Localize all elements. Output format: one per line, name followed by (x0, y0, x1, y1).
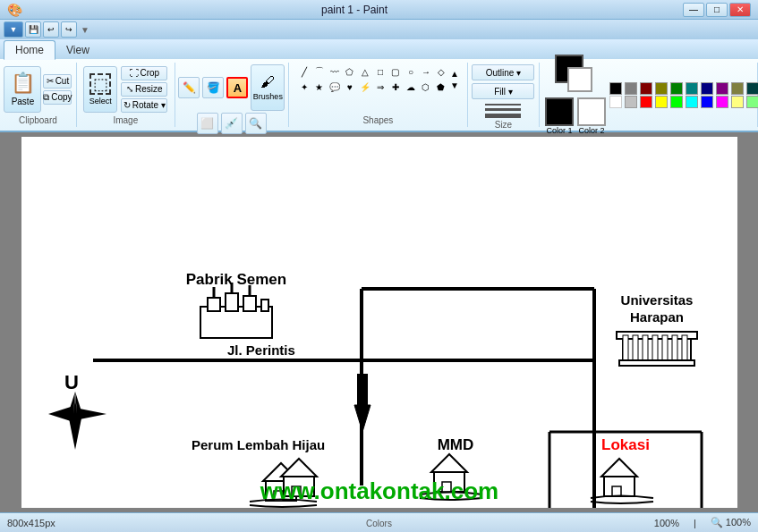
outline-button[interactable]: Outline ▾ (472, 64, 534, 80)
shapes-scroll[interactable]: ▲ ▼ (450, 69, 459, 90)
swatch-17[interactable] (716, 96, 728, 108)
paste-label: Paste (12, 97, 35, 106)
shape-freeform[interactable]: 〰 (328, 64, 342, 79)
shape-star5[interactable]: ★ (312, 80, 327, 94)
swatch-18[interactable] (731, 96, 744, 108)
color2-box[interactable] (577, 97, 606, 126)
shape-cross[interactable]: ✚ (388, 80, 403, 94)
swatch-9[interactable] (746, 82, 758, 95)
svg-text:Perum Lembah Hijau: Perum Lembah Hijau (192, 437, 325, 452)
text-button[interactable]: A (226, 77, 248, 98)
shape-lightning[interactable]: ⚡ (358, 80, 372, 94)
swatch-1[interactable] (625, 82, 637, 95)
swatch-12[interactable] (640, 96, 652, 108)
swatch-3[interactable] (655, 82, 668, 95)
quick-access-paint-menu[interactable]: ▼ (4, 21, 23, 38)
shape-ellipse[interactable]: ○ (404, 64, 418, 79)
shape-triangle[interactable]: △ (358, 64, 372, 79)
rotate-button[interactable]: ↻ Rotate ▾ (121, 98, 167, 113)
svg-rect-53 (612, 486, 621, 496)
shape-arrow2[interactable]: ⇒ (373, 80, 388, 94)
swatch-10[interactable] (609, 96, 622, 108)
swatch-14[interactable] (670, 96, 683, 108)
tab-view[interactable]: View (55, 41, 100, 59)
close-button[interactable]: ✕ (729, 3, 751, 17)
swatch-8[interactable] (731, 82, 744, 95)
swatch-19[interactable] (746, 96, 758, 108)
shape-rect[interactable]: □ (373, 64, 388, 79)
shape-diamond[interactable]: ◇ (434, 64, 448, 79)
color2-label-group: Color 2 (577, 97, 606, 135)
outline-size-label: Size (495, 120, 512, 130)
select-button[interactable]: ⬚ Select (83, 66, 117, 113)
canvas-area[interactable]: U Pabrik Semen Universitas Harapan (0, 132, 758, 512)
fill-button-2[interactable]: Fill ▾ (472, 83, 534, 99)
image-group: ⬚ Select ⛶ Crop ⤡ Resize ↻ Rotate ▾ I (77, 63, 175, 127)
shape-rrect[interactable]: ▢ (388, 64, 403, 79)
paste-button[interactable]: 📋 Paste (4, 66, 41, 113)
swatch-13[interactable] (655, 96, 668, 108)
swatch-6[interactable] (701, 82, 713, 95)
crop-button[interactable]: ⛶ Crop (121, 66, 167, 80)
shape-line[interactable]: ╱ (297, 64, 311, 79)
svg-rect-36 (682, 335, 687, 360)
svg-text:Jl. Perintis: Jl. Perintis (227, 342, 295, 358)
brushes-button[interactable]: 🖌 Brushes (251, 64, 285, 111)
swatch-2[interactable] (640, 82, 652, 95)
svg-rect-19 (208, 298, 220, 311)
svg-rect-37 (619, 360, 694, 366)
resize-button[interactable]: ⤡ Resize (121, 82, 167, 97)
swatch-16[interactable] (701, 96, 713, 108)
pencil-button[interactable]: ✏️ (178, 77, 200, 98)
shape-cloud[interactable]: ☁ (404, 80, 418, 94)
svg-rect-31 (633, 335, 638, 360)
tools-row-1: ✏️ 🪣 A 🖌 Brushes (178, 64, 285, 111)
swatch-7[interactable] (716, 82, 728, 95)
cut-button[interactable]: ✂ Cut (43, 74, 72, 89)
line-thick[interactable] (485, 114, 521, 118)
line-thin[interactable] (485, 104, 521, 106)
eraser-button[interactable]: ⬜ (197, 113, 218, 134)
maximize-button[interactable]: □ (706, 3, 728, 17)
swatch-5[interactable] (686, 82, 698, 95)
picker-button[interactable]: 💉 (221, 113, 243, 134)
swatch-0[interactable] (609, 82, 622, 95)
quick-undo-button[interactable]: ↩ (43, 21, 59, 38)
shape-arrow[interactable]: → (419, 64, 433, 79)
color2-swatch[interactable] (567, 67, 592, 92)
minimize-button[interactable]: — (683, 3, 704, 17)
shape-heart[interactable]: ♥ (343, 80, 357, 94)
fill-button[interactable]: 🪣 (202, 77, 224, 98)
color1-label-group: Color 1 (545, 97, 574, 135)
shape-callout[interactable]: 💬 (328, 80, 342, 94)
copy-button[interactable]: ⧉ Copy (43, 90, 72, 105)
tools-group: ✏️ 🪣 A 🖌 Brushes ⬜ 💉 🔍 Tools (175, 63, 289, 127)
outline-group-inner: Outline ▾ Fill ▾ (472, 64, 534, 118)
shape-star4[interactable]: ✦ (297, 80, 311, 94)
shape-pentagon[interactable]: ⬟ (434, 80, 448, 94)
clipboard-small-buttons: ✂ Cut ⧉ Copy (43, 74, 72, 105)
quick-redo-button[interactable]: ↪ (61, 21, 77, 38)
shape-polygon[interactable]: ⬠ (343, 64, 357, 79)
swatch-11[interactable] (625, 96, 637, 108)
svg-marker-14 (48, 407, 106, 421)
swatch-15[interactable] (686, 96, 698, 108)
line-medium[interactable] (485, 108, 521, 111)
svg-text:Pabrik Semen: Pabrik Semen (185, 271, 285, 288)
image-buttons: ⛶ Crop ⤡ Resize ↻ Rotate ▾ (121, 66, 167, 113)
quick-access-toolbar: ▼ 💾 ↩ ↪ ▼ (0, 20, 758, 39)
shapes-group: ╱ ⌒ 〰 ⬠ △ □ ▢ ○ → ◇ ✦ ★ 💬 ♥ ⚡ ⇒ ✚ (289, 63, 468, 127)
swatch-4[interactable] (670, 82, 683, 95)
paint-canvas[interactable]: U Pabrik Semen Universitas Harapan (21, 137, 737, 508)
quick-save-button[interactable]: 💾 (25, 21, 41, 38)
line-thickness-options (485, 102, 521, 118)
outline-group: Outline ▾ Fill ▾ Size (468, 63, 540, 127)
magnify-button[interactable]: 🔍 (245, 113, 267, 134)
brush-icon: 🖌 (260, 74, 275, 90)
shape-octagon[interactable]: ⬡ (419, 80, 433, 94)
tab-home[interactable]: Home (4, 40, 55, 60)
shape-curve[interactable]: ⌒ (312, 64, 327, 79)
color1-box[interactable] (545, 97, 574, 126)
color-boxes-container: Color 1 Color 2 (545, 55, 606, 135)
ribbon-tabs: Home View (0, 39, 758, 59)
